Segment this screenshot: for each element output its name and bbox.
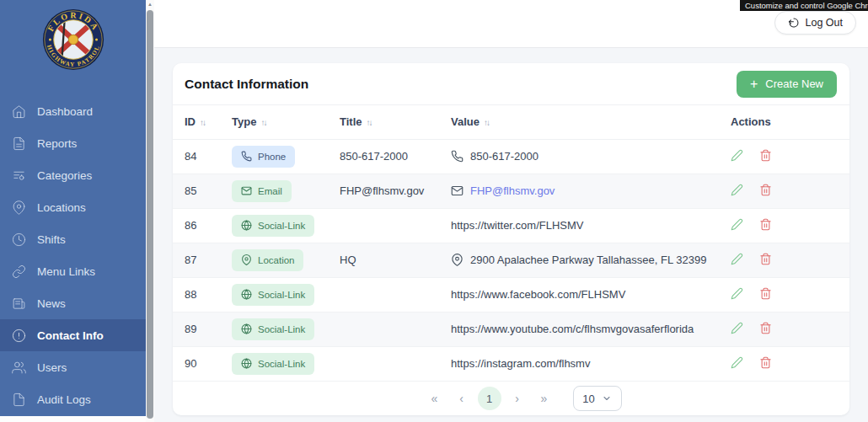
edit-button[interactable] [731,356,743,371]
phone-icon [241,151,252,162]
edit-button[interactable] [731,149,743,164]
pagination-next-button[interactable]: › [504,392,531,405]
info-icon [12,329,26,343]
delete-button[interactable] [759,253,772,268]
report-icon [12,136,26,151]
pagination-last-button[interactable]: » [531,392,558,405]
sidebar-item-reports[interactable]: Reports [0,127,146,159]
value-text: https://instagram.com/flhsmv [451,357,590,370]
edit-button[interactable] [731,322,743,337]
sort-icon[interactable]: ↑↓ [200,118,205,127]
edit-icon [731,149,743,162]
sidebar-nav: DashboardReportsCategoriesLocationsShift… [0,95,146,415]
file-icon [12,393,26,407]
type-badge: Social-Link [232,284,314,306]
edit-button[interactable] [731,253,743,268]
cell-actions [731,346,849,381]
cell-actions [731,243,849,277]
type-badge: Email [232,180,292,202]
table-header-row: ID↑↓Type↑↓Title↑↓Value↑↓Actions [173,105,849,139]
column-header-id[interactable]: ID↑↓ [173,105,232,139]
sidebar-item-users[interactable]: Users [0,351,146,383]
sidebar-item-categories[interactable]: Categories [0,159,146,191]
edit-button[interactable] [731,184,743,199]
pagination-prev-button[interactable]: ‹ [448,392,475,405]
cell-title: 850-617-2000 [340,139,451,174]
edit-button[interactable] [731,218,743,233]
sidebar-item-label: Categories [37,169,92,182]
cell-title [340,208,451,243]
scrollbar-thumb[interactable] [147,10,153,419]
page-size-select[interactable]: 10 [573,386,622,411]
phone-icon [451,150,463,163]
value-link[interactable]: FHP@flhsmv.gov [470,184,555,197]
clock-icon [12,232,26,247]
edit-icon [731,184,743,196]
categories-icon [12,168,26,183]
sidebar-item-audit-logs[interactable]: Audit Logs [0,383,146,415]
cell-type: Social-Link [232,312,340,346]
cell-id: 84 [173,139,232,174]
type-badge: Social-Link [232,318,314,340]
delete-button[interactable] [759,356,772,371]
delete-button[interactable] [759,184,772,199]
delete-button[interactable] [759,287,772,302]
pagination-current-page[interactable]: 1 [478,387,501,410]
cell-title: HQ [340,243,451,277]
cell-value: https://www.facebook.com/FLHSMV [451,277,731,312]
create-new-button[interactable]: + Create New [737,71,837,98]
sidebar-item-dashboard[interactable]: Dashboard [0,95,146,127]
column-header-value[interactable]: Value↑↓ [451,105,731,139]
cell-actions [731,174,849,208]
cell-value: https://www.youtube.com/c/flhsmvgovasafe… [451,312,731,346]
page-size-value: 10 [582,393,594,405]
delete-button[interactable] [759,218,772,233]
trash-icon [759,149,772,162]
cell-title: FHP@flhsmv.gov [340,174,451,208]
logout-label: Log Out [806,17,843,29]
sidebar: FLORIDA HIGHWAY PATROL DashboardReportsC… [0,0,146,416]
cell-actions [731,312,849,346]
map-pin-icon [451,254,463,266]
trash-icon [759,356,772,369]
sort-icon[interactable]: ↑↓ [260,118,265,127]
pagination-first-button[interactable]: « [421,392,448,405]
contact-info-card: Contact Information + Create New ID↑↓Typ… [173,63,849,415]
sidebar-item-shifts[interactable]: Shifts [0,223,146,255]
cell-title [340,346,451,381]
column-label: Actions [731,115,771,128]
fhp-logo: FLORIDA HIGHWAY PATROL [0,0,146,72]
sort-icon[interactable]: ↑↓ [484,118,489,127]
sort-icon[interactable]: ↑↓ [367,118,372,127]
globe-icon [241,289,252,300]
edit-button[interactable] [731,287,743,302]
cell-type: Email [232,174,340,208]
column-label: Type [232,115,256,128]
value-text: 850-617-2000 [470,150,538,163]
link-icon [12,264,26,279]
scrollbar-up-arrow-icon[interactable]: ▲ [146,0,154,9]
sidebar-item-locations[interactable]: Locations [0,191,146,223]
delete-button[interactable] [759,322,772,337]
globe-icon [241,358,252,369]
sidebar-item-label: Locations [37,201,86,214]
sidebar-item-contact-info[interactable]: Contact Info [0,319,146,351]
cell-id: 89 [173,312,232,346]
cell-title [340,277,451,312]
trash-icon [759,253,772,265]
page-scrollbar[interactable]: ▲ [146,0,154,422]
sidebar-item-label: Users [37,361,67,374]
column-header-title[interactable]: Title↑↓ [340,105,451,139]
table-row: 84Phone850-617-2000850-617-2000 [173,139,849,174]
column-header-type[interactable]: Type↑↓ [232,105,340,139]
cell-id: 90 [173,346,232,381]
content-area: Contact Information + Create New ID↑↓Typ… [154,48,868,422]
table-row: 88Social-Linkhttps://www.facebook.com/FL… [173,277,849,312]
sidebar-item-menu-links[interactable]: Menu Links [0,255,146,287]
type-badge-label: Social-Link [258,290,305,300]
type-badge: Location [232,249,303,271]
logout-button[interactable]: Log Out [774,11,856,35]
delete-button[interactable] [759,149,772,164]
plus-icon: + [750,77,758,91]
sidebar-item-news[interactable]: News [0,287,146,319]
